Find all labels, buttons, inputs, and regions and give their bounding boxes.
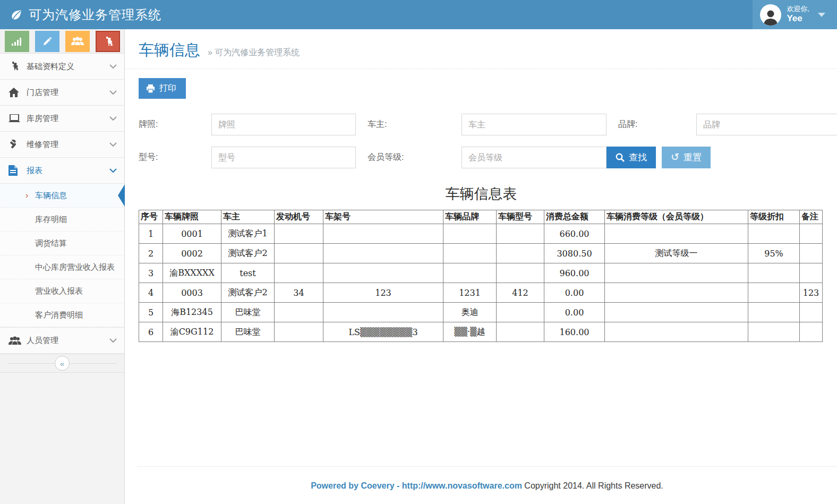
- search-form: 牌照: 车主: 品牌: 型号: 会员等级: 查找 ↺ 重置: [125, 99, 837, 168]
- submenu-item-inventory-detail[interactable]: › 库存明细: [0, 208, 124, 232]
- search-button-label: 查找: [629, 151, 647, 164]
- sidebar-item-personnel-mgmt[interactable]: 人员管理: [0, 328, 124, 354]
- table-cell: 测试等级一: [605, 244, 748, 263]
- table-cell: 1: [139, 224, 163, 244]
- table-cell: [275, 322, 323, 342]
- column-header: 车辆型号: [497, 210, 544, 224]
- sidebar-collapse-toggle[interactable]: «: [0, 354, 124, 373]
- table-cell: [443, 244, 497, 263]
- table-cell: [275, 244, 323, 263]
- app-title: 可为汽修业务管理系统: [29, 6, 161, 23]
- table-cell: [443, 224, 497, 244]
- settings-quick-button[interactable]: [96, 31, 120, 52]
- chevron-down-icon: [109, 142, 117, 147]
- main-content: 车辆信息 » 可为汽修业务管理系统 打印 牌照: 车主: 品牌: 型号: 会员等…: [125, 29, 837, 504]
- sidebar-item-label: 人员管理: [27, 336, 109, 346]
- sidebar-menu: 基础资料定义 门店管理 库房管理: [0, 54, 124, 184]
- edit-quick-button[interactable]: [35, 31, 59, 52]
- column-header: 序号: [139, 210, 163, 224]
- welcome-text: 欢迎你,: [787, 5, 809, 13]
- table-row: 10001测试客户1660.00: [139, 224, 823, 244]
- submenu-item-revenue-report[interactable]: › 营业收入报表: [0, 279, 124, 303]
- pencil-icon: [42, 37, 52, 46]
- table-cell: [800, 322, 823, 342]
- column-header: 备注: [800, 210, 823, 224]
- printer-icon: [146, 84, 155, 93]
- table-cell: 渝C9G112: [163, 322, 221, 342]
- table-cell: 3080.50: [544, 244, 605, 263]
- quick-buttons: [0, 29, 124, 54]
- table-cell: [497, 322, 544, 342]
- table-cell: [605, 283, 748, 303]
- brand-input[interactable]: [696, 114, 837, 135]
- model-input[interactable]: [211, 147, 356, 168]
- table-cell: [605, 322, 748, 342]
- sidebar-item-label: 库房管理: [27, 114, 109, 124]
- collapse-left-icon: «: [55, 356, 70, 371]
- reset-icon: ↺: [671, 152, 679, 162]
- sidebar-item-base-data[interactable]: 基础资料定义: [0, 54, 124, 80]
- table-cell: [497, 263, 544, 283]
- table-cell: [323, 224, 443, 244]
- table-cell: [748, 224, 800, 244]
- table-cell: 巴味堂: [221, 322, 275, 342]
- column-header: 车辆牌照: [163, 210, 221, 224]
- search-button[interactable]: 查找: [607, 147, 656, 168]
- table-cell: LS▒▒▒▒▒▒▒▒3: [323, 322, 443, 342]
- report-table-title: 车辆信息表: [125, 184, 837, 203]
- owner-input[interactable]: [462, 114, 607, 135]
- column-header: 车辆消费等级（会员等级）: [605, 210, 748, 224]
- table-cell: 测试客户1: [221, 224, 275, 244]
- submenu-item-label: 库存明细: [35, 215, 67, 225]
- powered-by-link[interactable]: Powered by Coevery - http://www.novasoft…: [311, 481, 522, 490]
- sidebar: 基础资料定义 门店管理 库房管理: [0, 29, 125, 504]
- table-cell: [800, 224, 823, 244]
- submenu-item-transfer-settlement[interactable]: › 调货结算: [0, 232, 124, 255]
- table-cell: [605, 224, 748, 244]
- column-header: 发动机号: [275, 210, 323, 224]
- table-row: 40003测试客户23412312314120.00123: [139, 283, 823, 303]
- sidebar-item-reports[interactable]: 报表: [0, 158, 124, 184]
- table-cell: [748, 283, 800, 303]
- reset-button[interactable]: ↺ 重置: [662, 147, 711, 168]
- sidebar-item-label: 报表: [27, 166, 109, 176]
- table-row: 5海B12345巴味堂奥迪0.00: [139, 303, 823, 322]
- toolbar: 打印: [125, 69, 837, 99]
- users-quick-button[interactable]: [65, 31, 90, 52]
- plate-input[interactable]: [211, 114, 356, 135]
- page-title: 车辆信息: [139, 40, 200, 61]
- top-navbar: 可为汽修业务管理系统 欢迎你, Yee: [0, 0, 837, 29]
- table-row: 6渝C9G112巴味堂LS▒▒▒▒▒▒▒▒3▒▒·▒越160.00: [139, 322, 823, 342]
- table-cell: test: [221, 263, 275, 283]
- chart-quick-button[interactable]: [5, 31, 29, 52]
- search-icon: [616, 153, 625, 162]
- table-cell: [275, 224, 323, 244]
- user-menu[interactable]: 欢迎你, Yee: [753, 0, 837, 29]
- gears-icon: [8, 62, 22, 71]
- sidebar-item-repair-mgmt[interactable]: 维修管理: [0, 132, 124, 158]
- submenu-item-customer-consumption[interactable]: › 客户消费明细: [0, 303, 124, 327]
- print-button[interactable]: 打印: [139, 78, 186, 99]
- table-cell: 95%: [748, 244, 800, 263]
- table-cell: 1231: [443, 283, 497, 303]
- sidebar-item-warehouse-mgmt[interactable]: 库房管理: [0, 106, 124, 132]
- gears-icon: [102, 36, 114, 47]
- table-cell: 海B12345: [163, 303, 221, 322]
- table-cell: [605, 263, 748, 283]
- avatar: [760, 4, 781, 25]
- table-cell: 测试客户2: [221, 244, 275, 263]
- column-header: 消费总金额: [544, 210, 605, 224]
- table-cell: 3: [139, 263, 163, 283]
- sidebar-item-store-mgmt[interactable]: 门店管理: [0, 80, 124, 106]
- table-cell: 123: [800, 283, 823, 303]
- submenu-item-central-warehouse-revenue[interactable]: › 中心库房营业收入报表: [0, 255, 124, 279]
- table-cell: [800, 244, 823, 263]
- table-cell: [275, 303, 323, 322]
- submenu-item-label: 客户消费明细: [35, 310, 83, 320]
- table-cell: [497, 224, 544, 244]
- member-level-input[interactable]: [462, 147, 607, 168]
- submenu-item-vehicle-info[interactable]: › 车辆信息: [0, 184, 124, 208]
- home-icon: [8, 88, 22, 97]
- table-cell: 412: [497, 283, 544, 303]
- chevron-down-icon: [109, 168, 117, 173]
